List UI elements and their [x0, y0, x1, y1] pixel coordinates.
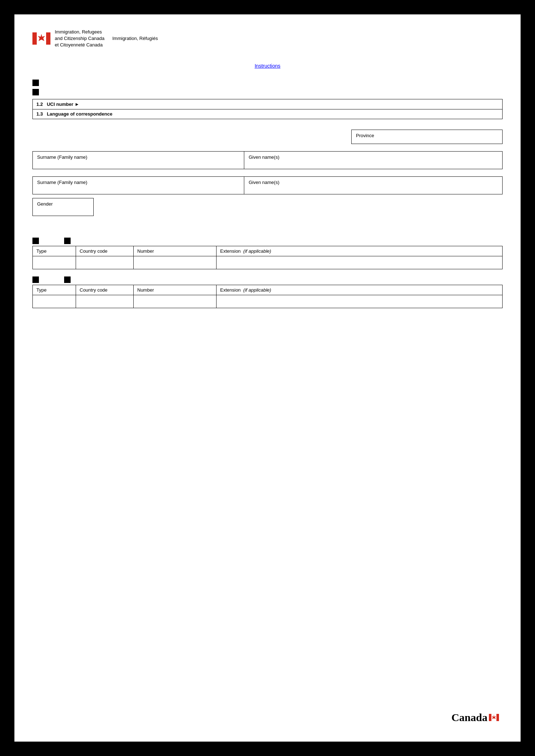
svg-rect-2: [46, 32, 50, 45]
phone-number-header-2: Number: [134, 285, 217, 295]
canada-logo: Canada: [451, 711, 499, 724]
phone-country-data-1[interactable]: [76, 256, 134, 269]
canada-wordmark: Canada: [451, 711, 487, 724]
phone-country-header-1: Country code: [76, 246, 134, 256]
phone-checkbox-2b[interactable]: [64, 276, 71, 283]
instructions-link[interactable]: Instructions: [32, 63, 503, 69]
surname-field-2[interactable]: Surname (Family name): [32, 176, 244, 194]
phone-section-1: Type Country code Number Extension (if a…: [32, 238, 503, 269]
phone-checkboxes-1: [32, 238, 503, 244]
name-row-1: Surname (Family name) Given name(s): [32, 151, 503, 169]
phone-table-1-header: Type Country code Number Extension (if a…: [33, 246, 502, 256]
phone-table-2-data-row: [33, 295, 502, 308]
phone-table-1: Type Country code Number Extension (if a…: [32, 246, 503, 269]
svg-rect-5: [489, 714, 491, 721]
phone-table-2-header: Type Country code Number Extension (if a…: [33, 285, 502, 295]
canada-logo-flag-icon: [489, 714, 499, 721]
canada-flag-icon: [32, 32, 50, 45]
checkbox-row-2: [32, 89, 503, 95]
svg-rect-1: [32, 32, 37, 45]
phone-extension-header-2: Extension (if applicable): [217, 285, 502, 295]
checkbox-section: [32, 80, 503, 95]
gender-field[interactable]: Gender: [32, 198, 94, 216]
name-row-2: Surname (Family name) Given name(s): [32, 176, 503, 194]
header: Immigration, Refugees and Citizenship Ca…: [32, 29, 503, 49]
checkbox-2[interactable]: [32, 89, 39, 95]
phone-type-header-2: Type: [33, 285, 76, 295]
given-name-field-1[interactable]: Given name(s): [244, 151, 503, 169]
surname-field-1[interactable]: Surname (Family name): [32, 151, 244, 169]
phone-country-header-2: Country code: [76, 285, 134, 295]
phone-extension-data-2[interactable]: [217, 295, 502, 308]
language-label: 1.3 Language of correspondence: [36, 111, 112, 117]
checkbox-1[interactable]: [32, 80, 39, 86]
phone-checkbox-1b[interactable]: [64, 238, 71, 244]
uci-number-label: 1.2 UCI number ►: [36, 102, 79, 107]
given-name-field-2[interactable]: Given name(s): [244, 176, 503, 194]
phone-checkboxes-2: [32, 276, 503, 283]
province-field[interactable]: Province: [351, 130, 503, 144]
province-row: Province: [32, 130, 503, 144]
phone-type-data-1[interactable]: [33, 256, 76, 269]
header-en: Immigration, Refugees and Citizenship Ca…: [55, 29, 106, 41]
phone-number-data-2[interactable]: [134, 295, 217, 308]
phone-country-data-2[interactable]: [76, 295, 134, 308]
phone-checkbox-1a[interactable]: [32, 238, 39, 244]
phone-number-data-1[interactable]: [134, 256, 217, 269]
phone-table-2: Type Country code Number Extension (if a…: [32, 285, 503, 308]
phone-table-1-data-row: [33, 256, 502, 269]
phone-checkbox-2a[interactable]: [32, 276, 39, 283]
phone-extension-data-1[interactable]: [217, 256, 502, 269]
language-row: 1.3 Language of correspondence: [32, 109, 503, 119]
phone-type-data-2[interactable]: [33, 295, 76, 308]
uci-number-row: 1.2 UCI number ►: [32, 99, 503, 109]
phone-section-2: Type Country code Number Extension (if a…: [32, 276, 503, 308]
svg-rect-6: [496, 714, 499, 721]
checkbox-row-1: [32, 80, 503, 86]
phone-type-header-1: Type: [33, 246, 76, 256]
phone-extension-header-1: Extension (if applicable): [217, 246, 502, 256]
header-text: Immigration, Refugees and Citizenship Ca…: [55, 29, 158, 49]
phone-number-header-1: Number: [134, 246, 217, 256]
